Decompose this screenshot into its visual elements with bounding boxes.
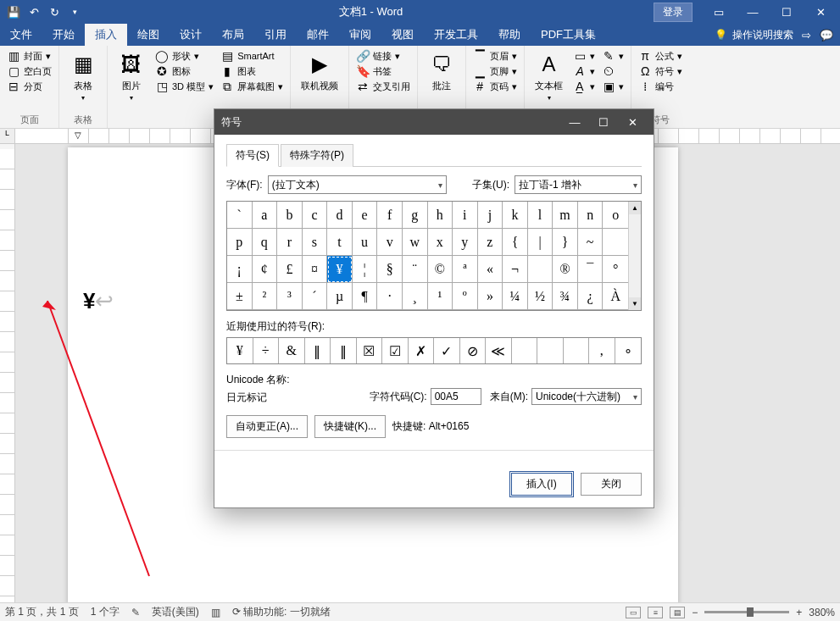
symbol-cell[interactable]: ¤ — [303, 256, 328, 283]
menu-review[interactable]: 审阅 — [339, 24, 381, 46]
symbol-cell[interactable]: ¬ — [503, 256, 528, 283]
symbol-cell[interactable]: º — [453, 283, 478, 310]
scroll-up-icon[interactable]: ▲ — [629, 202, 641, 214]
insert-button[interactable]: 插入(I) — [511, 473, 572, 496]
symbol-cell[interactable]: { — [503, 229, 528, 256]
symbol-cell[interactable]: ± — [227, 283, 253, 310]
close-button[interactable]: 关闭 — [581, 473, 642, 496]
symbol-cell[interactable]: ¼ — [503, 283, 528, 310]
bookmark-button[interactable]: 🔖书签 — [356, 64, 410, 78]
symbol-cell[interactable]: l — [528, 202, 554, 229]
symbol-cell[interactable]: £ — [277, 256, 303, 283]
undo-icon[interactable]: ↶ — [25, 3, 42, 20]
symbol-cell[interactable]: ¢ — [253, 256, 278, 283]
cross-ref-button[interactable]: ⇄交叉引用 — [356, 80, 410, 93]
qat-dropdown-icon[interactable]: ▾ — [66, 3, 83, 20]
tab-symbols[interactable]: 符号(S) — [226, 144, 279, 167]
recent-symbol-cell[interactable]: ☑ — [382, 338, 409, 363]
symbol-cell[interactable]: i — [453, 202, 478, 229]
symbol-cell[interactable]: À — [603, 283, 628, 310]
symbol-cell[interactable]: ­ — [528, 256, 554, 283]
symbol-cell[interactable] — [603, 229, 628, 256]
view-web-icon[interactable]: ▤ — [670, 607, 685, 618]
zoom-slider[interactable] — [704, 611, 789, 613]
symbol-cell[interactable]: ¹ — [428, 283, 453, 310]
symbol-cell[interactable]: r — [277, 229, 303, 256]
dialog-minimize-icon[interactable]: — — [560, 112, 589, 132]
menu-references[interactable]: 引用 — [254, 24, 297, 46]
view-read-icon[interactable]: ▭ — [626, 607, 641, 618]
pictures-button[interactable]: 🖼 图片 ▾ — [114, 49, 148, 103]
symbol-cell[interactable]: ¾ — [553, 283, 578, 310]
symbol-button[interactable]: Ω符号 ▾ — [638, 64, 682, 78]
symbol-cell[interactable]: | — [528, 229, 554, 256]
number-button[interactable]: ⁞编号 — [638, 80, 682, 93]
menu-design[interactable]: 设计 — [170, 24, 212, 46]
recent-symbol-cell[interactable]: ✓ — [434, 338, 460, 363]
recent-symbol-cell[interactable]: ✗ — [409, 338, 435, 363]
symbol-cell[interactable]: u — [353, 229, 378, 256]
comments-icon[interactable]: 💬 — [820, 29, 833, 42]
proofing-icon[interactable]: ✎ — [131, 607, 140, 618]
recent-symbol-cell[interactable] — [537, 338, 564, 363]
symbol-cell[interactable]: ¡ — [227, 256, 253, 283]
menu-draw[interactable]: 绘图 — [127, 24, 170, 46]
recent-symbol-cell[interactable]: ¥ — [227, 338, 253, 363]
link-button[interactable]: 🔗链接 ▾ — [356, 49, 410, 63]
symbol-cell[interactable]: j — [478, 202, 503, 229]
symbol-cell[interactable]: o — [603, 202, 628, 229]
symbol-cell[interactable]: w — [403, 229, 428, 256]
table-button[interactable]: ▦ 表格 ▾ — [66, 49, 100, 103]
maximize-icon[interactable]: ☐ — [770, 1, 803, 23]
recent-symbol-cell[interactable]: ‖ — [305, 338, 331, 363]
symbol-cell[interactable]: · — [377, 283, 403, 310]
blank-page-button[interactable]: ▢空白页 — [7, 64, 52, 78]
recent-symbol-cell[interactable]: ☒ — [357, 338, 383, 363]
menu-help[interactable]: 帮助 — [488, 24, 531, 46]
header-button[interactable]: ▔页眉 ▾ — [473, 49, 517, 63]
equation-button[interactable]: π公式 ▾ — [638, 49, 682, 63]
symbol-cell[interactable]: t — [327, 229, 353, 256]
symbol-cell[interactable]: ² — [253, 283, 278, 310]
page-break-button[interactable]: ⊟分页 — [7, 80, 52, 93]
subset-combo[interactable]: 拉丁语-1 增补 — [515, 175, 642, 194]
symbol-cell[interactable]: s — [303, 229, 328, 256]
ribbon-display-icon[interactable]: ▭ — [703, 1, 735, 23]
page-number-button[interactable]: #页码 ▾ — [473, 80, 517, 93]
tell-me[interactable]: 💡 操作说明搜索 — [715, 28, 793, 42]
recent-symbol-cell[interactable]: , — [589, 338, 615, 363]
symbol-cell[interactable]: ¯ — [578, 256, 604, 283]
zoom-level[interactable]: 380% — [809, 607, 835, 618]
symbol-cell[interactable]: n — [578, 202, 604, 229]
menu-insert[interactable]: 插入 — [85, 24, 127, 46]
symbol-cell[interactable]: © — [428, 256, 453, 283]
autocorrect-button[interactable]: 自动更正(A)... — [226, 415, 308, 438]
symbol-cell[interactable]: p — [227, 229, 253, 256]
menu-view[interactable]: 视图 — [381, 24, 424, 46]
macro-icon[interactable]: ▥ — [211, 607, 220, 618]
grid-scrollbar[interactable]: ▲ ▼ — [628, 202, 641, 310]
symbol-cell[interactable]: z — [478, 229, 503, 256]
menu-developer[interactable]: 开发工具 — [424, 24, 488, 46]
status-words[interactable]: 1 个字 — [91, 605, 120, 619]
symbol-cell[interactable]: ¨ — [403, 256, 428, 283]
recent-symbol-cell[interactable]: ≪ — [486, 338, 512, 363]
shapes-button[interactable]: ◯形状 ▾ — [155, 49, 214, 63]
symbol-cell[interactable]: f — [377, 202, 403, 229]
symbol-cell[interactable]: a — [253, 202, 278, 229]
symbol-cell[interactable]: ´ — [303, 283, 328, 310]
symbol-cell[interactable]: » — [478, 283, 503, 310]
zoom-out-icon[interactable]: − — [692, 607, 698, 618]
font-combo[interactable]: (拉丁文本) — [268, 175, 447, 194]
symbol-cell[interactable]: ¶ — [353, 283, 378, 310]
recent-symbol-cell[interactable]: ∘ — [615, 338, 642, 363]
symbol-cell[interactable]: x — [428, 229, 453, 256]
symbol-cell[interactable]: ¥ — [327, 256, 353, 283]
menu-file[interactable]: 文件 — [0, 24, 42, 46]
symbol-cell[interactable]: ° — [603, 256, 628, 283]
symbol-cell[interactable]: § — [377, 256, 403, 283]
dialog-maximize-icon[interactable]: ☐ — [589, 112, 618, 132]
menu-home[interactable]: 开始 — [42, 24, 85, 46]
icons-button[interactable]: ✪图标 — [155, 64, 214, 78]
symbol-cell[interactable]: c — [303, 202, 328, 229]
